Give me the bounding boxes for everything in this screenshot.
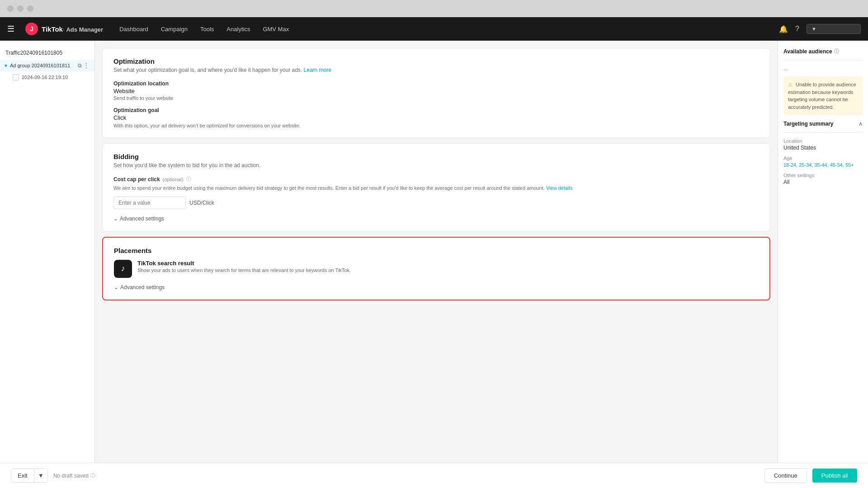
bidding-title: Bidding — [113, 153, 759, 160]
opt-goal-desc: With this option, your ad delivery won't… — [113, 123, 759, 128]
cost-cap-row: Cost cap per click (optional) ⓘ — [113, 176, 759, 183]
bottom-bar: Exit ▼ No draft saved ⓘ Continue Publish… — [0, 463, 868, 487]
opt-location-label: Optimization location — [113, 80, 759, 87]
content-scroll: Optimization Set what your optimization … — [95, 41, 778, 313]
account-dropdown[interactable]: ▼ — [807, 24, 861, 34]
warning-text: ⚠ Unable to provide audience estimation … — [788, 81, 858, 111]
opt-goal-label: Optimization goal — [113, 107, 759, 113]
sidebar-ad[interactable]: 2024-09-16 22:19:10 — [0, 71, 94, 83]
targeting-location-row: Location United States — [783, 138, 863, 151]
collapse-icon[interactable]: ∧ — [859, 121, 863, 127]
audience-warning-box: ⚠ Unable to provide audience estimation … — [783, 76, 863, 115]
opt-goal-value: Click — [113, 114, 759, 121]
cost-info: We aim to spend your entire budget using… — [113, 184, 759, 192]
targeting-other-label: Other settings — [783, 173, 863, 178]
tiktok-logo-text: ♪ — [121, 264, 125, 273]
optimization-title: Optimization — [113, 57, 759, 65]
targeting-age-row: Age 18-24, 25-34, 35-44, 45-54, 55+ — [783, 155, 863, 168]
publish-all-button[interactable]: Publish all — [812, 469, 857, 483]
nav-dashboard[interactable]: Dashboard — [114, 23, 154, 35]
sidebar: Traffic20240916101805 ▼ Ad group 2024091… — [0, 41, 95, 487]
adgroup-copy-button[interactable]: ⧉ — [78, 62, 82, 69]
help-icon[interactable]: ? — [795, 25, 799, 33]
window-minimize-dot — [17, 5, 24, 12]
notification-icon[interactable]: 🔔 — [779, 25, 788, 33]
ad-dot — [13, 74, 19, 80]
view-details-link[interactable]: View details — [546, 185, 573, 191]
continue-button[interactable]: Continue — [764, 468, 807, 483]
targeting-title: Targeting summary ∧ — [783, 121, 863, 127]
nav-analytics[interactable]: Analytics — [221, 23, 255, 35]
targeting-other-value: All — [783, 179, 863, 185]
placements-wrapper: Placements ♪ TikTok search result Show y… — [102, 237, 770, 300]
learn-more-link[interactable]: Learn more — [304, 67, 331, 73]
exit-btn-group: Exit ▼ — [11, 469, 48, 483]
audience-section-title: Available audience ⓘ — [783, 48, 863, 55]
nav-campaign[interactable]: Campaign — [156, 23, 193, 35]
account-dropdown-label: ▼ — [811, 26, 816, 32]
chevron-down-icon: ⌄ — [114, 284, 118, 291]
audience-placeholder: -- — [783, 66, 863, 73]
top-nav: ☰ J TikTok· Ads Manager Dashboard Campai… — [0, 17, 868, 41]
adgroup-label: Ad group 20240916101811 — [10, 63, 76, 68]
chevron-down-icon: ⌄ — [113, 216, 118, 222]
window-chrome — [0, 0, 868, 17]
chevron-down-icon: ▼ — [4, 63, 8, 68]
window-close-dot — [7, 5, 14, 12]
nav-links: Dashboard Campaign Tools Analytics GMV M… — [114, 23, 768, 35]
bidding-section: Bidding Set how you'd like the system to… — [102, 143, 770, 231]
tiktok-icon: ♪ — [114, 260, 132, 278]
opt-location-value: Website — [113, 88, 759, 94]
exit-dropdown-button[interactable]: ▼ — [34, 469, 47, 482]
draft-status: No draft saved ⓘ — [53, 472, 95, 479]
placement-item: ♪ TikTok search result Show your ads to … — [114, 260, 759, 278]
logo-avatar: J — [25, 23, 38, 35]
placement-info: TikTok search result Show your ads to us… — [137, 260, 759, 273]
targeting-age-value: 18-24, 25-34, 35-44, 45-54, 55+ — [783, 162, 863, 168]
cost-cap-info-icon[interactable]: ⓘ — [186, 176, 191, 183]
placements-title: Placements — [114, 247, 759, 254]
placement-name: TikTok search result — [137, 260, 759, 267]
audience-info-icon[interactable]: ⓘ — [834, 48, 839, 55]
targeting-other-row: Other settings All — [783, 173, 863, 185]
nav-tools[interactable]: Tools — [195, 23, 219, 35]
warning-icon: ⚠ — [788, 82, 793, 87]
placements-advanced-link[interactable]: ⌄ Advanced settings — [114, 284, 759, 291]
cost-input[interactable] — [113, 197, 186, 209]
targeting-divider — [783, 132, 863, 133]
sidebar-campaign: Traffic20240916101805 — [0, 46, 94, 60]
adgroup-more-button[interactable]: ⋮ — [84, 62, 89, 69]
optimization-section: Optimization Set what your optimization … — [102, 48, 770, 138]
exit-button[interactable]: Exit — [11, 469, 34, 482]
content-area: Optimization Set what your optimization … — [95, 41, 778, 487]
nav-icons: 🔔 ? ▼ — [779, 24, 861, 34]
optimization-desc: Set what your optimization goal is, and … — [113, 67, 759, 73]
cost-unit: USD/Click — [189, 200, 214, 206]
bidding-advanced-link[interactable]: ⌄ Advanced settings — [113, 216, 759, 222]
placement-desc: Show your ads to users when they search … — [137, 267, 759, 273]
opt-location-sub: Send traffic to your website — [113, 95, 759, 101]
targeting-location-value: United States — [783, 145, 863, 151]
brand-name: TikTok· Ads Manager — [42, 25, 103, 33]
window-maximize-dot — [27, 5, 33, 12]
audience-divider — [783, 60, 863, 61]
nav-gmvmax[interactable]: GMV Max — [257, 23, 294, 35]
targeting-section: Targeting summary ∧ Location United Stat… — [783, 121, 863, 185]
ad-label: 2024-09-16 22:19:10 — [22, 75, 68, 80]
targeting-age-label: Age — [783, 155, 863, 161]
adgroup-actions: ⧉ ⋮ — [78, 62, 89, 69]
optional-tag: (optional) — [163, 177, 184, 182]
placements-section: Placements ♪ TikTok search result Show y… — [102, 237, 770, 300]
main-layout: Traffic20240916101805 ▼ Ad group 2024091… — [0, 41, 868, 487]
cost-cap-label: Cost cap per click — [113, 176, 160, 183]
targeting-location-label: Location — [783, 138, 863, 144]
cost-input-row: USD/Click — [113, 197, 759, 209]
nav-logo: J TikTok· Ads Manager — [25, 23, 103, 35]
draft-info-icon: ⓘ — [90, 472, 95, 479]
bidding-desc: Set how you'd like the system to bid for… — [113, 162, 759, 169]
sidebar-adgroup[interactable]: ▼ Ad group 20240916101811 ⧉ ⋮ — [0, 60, 94, 71]
right-panel: Available audience ⓘ -- ⚠ Unable to prov… — [778, 41, 868, 487]
hamburger-icon[interactable]: ☰ — [7, 24, 14, 34]
